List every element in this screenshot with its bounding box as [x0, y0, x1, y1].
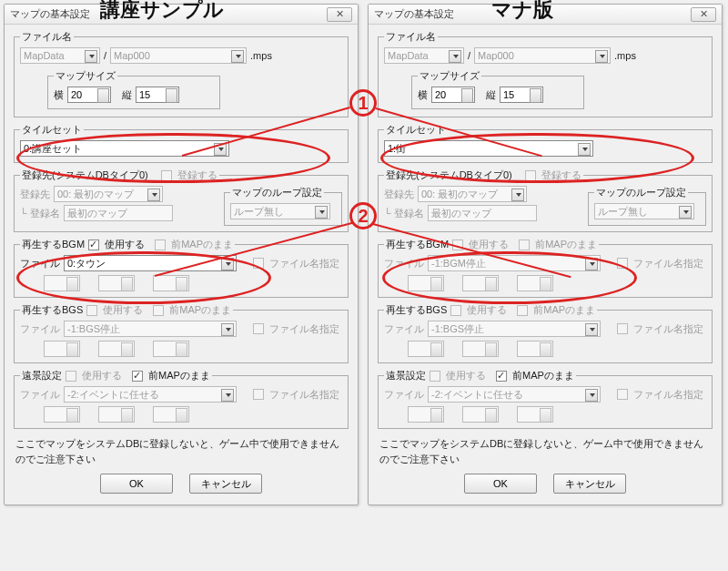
check-bgs-filespec[interactable] [617, 323, 628, 334]
label-register-flag: 登録する [177, 168, 217, 182]
label-use: 使用する [469, 238, 509, 251]
check-bgs-prev[interactable] [153, 305, 164, 316]
label-bgs-prev: 前MAPのまま [169, 303, 231, 317]
ok-button[interactable]: OK [100, 474, 173, 494]
cancel-button[interactable]: キャンセル [553, 474, 626, 494]
check-bgs-prev[interactable] [517, 305, 528, 316]
spin-far-2[interactable] [98, 406, 135, 423]
spin-bgs-1[interactable] [408, 341, 444, 357]
spin-bgm-2[interactable] [98, 275, 135, 291]
legend-far: 遠景設定 使用する 前MAPのまま [384, 369, 576, 382]
check-far-use[interactable] [66, 371, 76, 382]
check-bgm-filespec[interactable] [253, 258, 264, 269]
label-bgs-filespec: ファイル名指定 [633, 322, 703, 336]
check-bgs-use[interactable] [450, 305, 461, 316]
spin-height[interactable]: 15 [500, 87, 543, 103]
check-bgm-use[interactable] [452, 240, 463, 250]
label-dest: 登録先 [20, 188, 50, 201]
check-far-prev[interactable] [132, 371, 143, 382]
spin-far-3[interactable] [153, 406, 189, 423]
input-destname[interactable]: 最初のマップ [64, 205, 173, 221]
combo-bgm-file[interactable]: 0:タウン [64, 255, 237, 271]
label-bgs: 再生するBGS [22, 303, 83, 317]
label-register-flag: 登録する [541, 168, 581, 182]
combo-loop[interactable]: ループ無し [594, 203, 694, 219]
spin-bgs-3[interactable] [153, 341, 189, 357]
label-prev: 前MAPのまま [535, 238, 597, 251]
legend-bgs: 再生するBGS 使用する 前MAPのまま [384, 303, 597, 317]
check-far-filespec[interactable] [253, 389, 264, 400]
ok-button[interactable]: OK [464, 474, 537, 494]
check-bgm-use[interactable] [88, 240, 99, 250]
combo-mapdata[interactable]: MapData [384, 47, 464, 64]
label-bgs-file: ファイル [20, 322, 60, 336]
spin-bgs-2[interactable] [98, 341, 135, 357]
check-far-prev[interactable] [496, 371, 507, 382]
check-far-filespec[interactable] [617, 389, 628, 400]
group-bgm: 再生するBGM 使用する 前MAPのまま ファイル -1:BGM停止 ファイル名… [378, 238, 713, 298]
check-register[interactable] [161, 170, 172, 181]
legend-register: 登録先(システムDBタイプ0) 登録する [20, 168, 219, 182]
group-filename: ファイル名 MapData / Map000 .mps マップサイズ 横 20 … [378, 30, 713, 117]
dialog-title: マップの基本設定 [10, 7, 90, 21]
label-far-prev: 前MAPのまま [148, 369, 210, 382]
combo-tileset[interactable]: 0:講座セット [20, 140, 229, 157]
check-bgm-filespec[interactable] [617, 258, 628, 269]
combo-loop[interactable]: ループ無し [230, 203, 330, 219]
spin-bgm-3[interactable] [517, 275, 553, 291]
check-far-use[interactable] [430, 371, 440, 382]
combo-bgs-file[interactable]: -1:BGS停止 [64, 321, 237, 337]
spin-bgm-2[interactable] [462, 275, 499, 291]
spin-width[interactable]: 20 [431, 87, 475, 103]
check-bgm-prev[interactable] [519, 240, 530, 250]
legend-bgm: 再生するBGM 使用する 前MAPのまま [384, 238, 599, 251]
legend-register: 登録先(システムDBタイプ0) 登録する [384, 168, 583, 182]
spin-far-1[interactable] [408, 406, 444, 423]
check-register[interactable] [525, 170, 536, 181]
combo-bgm-file[interactable]: -1:BGM停止 [428, 255, 601, 271]
combo-mapdata[interactable]: MapData [20, 47, 100, 64]
spin-bgs-2[interactable] [462, 341, 499, 357]
combo-bgs-file[interactable]: -1:BGS停止 [428, 321, 601, 337]
ext-label: .mps [250, 50, 272, 61]
label-loop: マップのループ設定 [594, 186, 688, 199]
close-button[interactable]: ✕ [327, 7, 352, 22]
combo-far-file[interactable]: -2:イベントに任せる [428, 386, 601, 403]
combo-mapfile[interactable]: Map000 [110, 47, 247, 64]
spin-bgm-1[interactable] [44, 275, 80, 291]
spin-bgm-3[interactable] [153, 275, 189, 291]
spin-far-2[interactable] [462, 406, 499, 423]
spin-far-1[interactable] [44, 406, 80, 423]
label-bgs: 再生するBGS [386, 303, 447, 317]
ext-label: .mps [614, 50, 636, 61]
label-bgs-use: 使用する [467, 303, 507, 317]
check-bgs-use[interactable] [86, 305, 97, 316]
label-destname: └ 登録名 [20, 207, 60, 220]
spin-bgm-1[interactable] [408, 275, 444, 291]
label-prev: 前MAPのまま [171, 238, 233, 251]
spin-far-3[interactable] [517, 406, 553, 423]
titlebar: マップの基本設定 ✕ [5, 5, 358, 25]
cancel-button[interactable]: キャンセル [189, 474, 262, 494]
close-button[interactable]: ✕ [691, 7, 716, 22]
combo-dest[interactable]: 00: 最初のマップ [418, 186, 527, 202]
combo-far-file[interactable]: -2:イベントに任せる [64, 386, 237, 403]
label-register-dest: 登録先(システムDBタイプ0) [386, 168, 512, 182]
label-bgs-file: ファイル [384, 322, 424, 336]
group-bgs: 再生するBGS 使用する 前MAPのまま ファイル -1:BGS停止 ファイル名… [378, 303, 713, 363]
combo-tileset[interactable]: 1:街 [384, 140, 593, 157]
note-text: ここでマップをシステムDBに登録しないと、ゲーム中で使用できませんのでご注意下さ… [379, 436, 711, 466]
input-destname[interactable]: 最初のマップ [428, 205, 537, 221]
spin-bgs-1[interactable] [44, 341, 80, 357]
combo-mapfile[interactable]: Map000 [474, 47, 611, 64]
dialog-title: マップの基本設定 [374, 7, 454, 21]
group-tileset: タイルセット 0:講座セット [14, 123, 349, 163]
check-bgm-prev[interactable] [155, 240, 166, 250]
spin-width[interactable]: 20 [67, 87, 111, 103]
label-tileset: タイルセット [20, 123, 84, 137]
check-bgs-filespec[interactable] [253, 323, 264, 334]
spin-height[interactable]: 15 [136, 87, 179, 103]
combo-dest[interactable]: 00: 最初のマップ [54, 186, 163, 202]
spin-bgs-3[interactable] [517, 341, 553, 357]
dialog-right: マップの基本設定 ✕ ファイル名 MapData / Map000 .mps マ… [368, 4, 723, 505]
